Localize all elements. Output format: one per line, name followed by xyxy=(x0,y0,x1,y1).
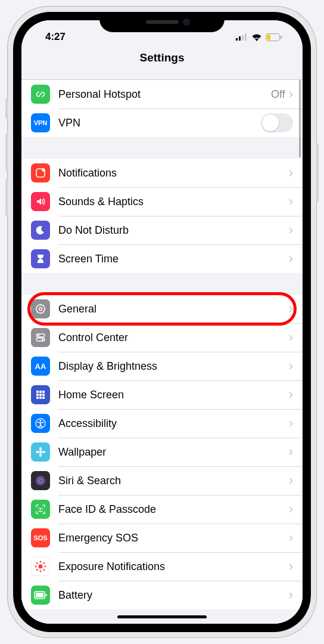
svg-point-34 xyxy=(39,451,42,453)
svg-point-37 xyxy=(36,451,39,453)
svg-rect-25 xyxy=(42,391,45,393)
row-control-center[interactable]: Control Center › xyxy=(21,323,303,352)
row-general[interactable]: General › xyxy=(21,295,303,323)
chevron-right-icon: › xyxy=(289,165,293,181)
svg-point-40 xyxy=(38,478,43,484)
row-screen-time[interactable]: Screen Time › xyxy=(21,244,303,273)
row-label: Wallpaper xyxy=(58,446,289,459)
speaker-icon xyxy=(31,192,50,211)
svg-point-45 xyxy=(40,561,42,563)
svg-rect-55 xyxy=(36,593,43,597)
svg-line-15 xyxy=(37,305,38,306)
volume-up-button xyxy=(5,134,8,171)
row-display-brightness[interactable]: AA Display & Brightness › xyxy=(21,352,303,380)
page-title: Settings xyxy=(140,51,185,64)
row-label: Do Not Disturb xyxy=(58,224,289,237)
svg-point-36 xyxy=(39,453,42,457)
phone-frame: 4:27 Settings Perso xyxy=(7,6,317,638)
row-exposure-notifications[interactable]: Exposure Notifications › xyxy=(21,552,303,581)
switches-icon xyxy=(31,328,50,347)
exposure-icon xyxy=(31,557,50,576)
svg-rect-24 xyxy=(39,391,42,393)
svg-rect-31 xyxy=(42,397,45,399)
svg-line-17 xyxy=(37,312,38,312)
row-label: Screen Time xyxy=(58,253,289,265)
screen: 4:27 Settings Perso xyxy=(21,20,303,624)
chevron-right-icon: › xyxy=(289,358,293,374)
chevron-right-icon: › xyxy=(289,330,293,345)
chevron-right-icon: › xyxy=(289,251,293,267)
vpn-toggle[interactable] xyxy=(261,113,293,132)
chevron-right-icon: › xyxy=(289,559,293,574)
chevron-right-icon: › xyxy=(289,530,293,546)
battery-icon xyxy=(31,586,50,605)
chevron-right-icon: › xyxy=(289,387,293,402)
app-grid-icon xyxy=(31,385,50,404)
svg-rect-23 xyxy=(36,391,39,393)
battery-icon xyxy=(266,33,282,41)
svg-line-16 xyxy=(43,312,44,312)
chevron-right-icon: › xyxy=(289,416,293,431)
svg-rect-26 xyxy=(36,394,39,396)
row-label: Personal Hotspot xyxy=(58,88,271,101)
row-face-id-passcode[interactable]: Face ID & Passcode › xyxy=(21,495,303,524)
chevron-right-icon: › xyxy=(289,587,293,603)
row-label: Sounds & Haptics xyxy=(58,196,289,208)
row-notifications[interactable]: Notifications › xyxy=(21,159,303,187)
sos-icon: SOS xyxy=(31,528,50,547)
row-wallpaper[interactable]: Wallpaper › xyxy=(21,438,303,466)
notifications-icon xyxy=(31,163,50,182)
row-sounds-haptics[interactable]: Sounds & Haptics › xyxy=(21,187,303,216)
row-accessibility[interactable]: Accessibility › xyxy=(21,409,303,438)
settings-list[interactable]: Personal Hotspot Off › VPN VPN xyxy=(21,80,303,624)
row-label: Siri & Search xyxy=(58,475,289,487)
row-emergency-sos[interactable]: SOS Emergency SOS › xyxy=(21,524,303,552)
siri-icon xyxy=(31,471,50,490)
notch xyxy=(99,12,225,32)
svg-point-51 xyxy=(36,569,38,571)
row-battery[interactable]: Battery › xyxy=(21,581,303,609)
row-label: Display & Brightness xyxy=(58,360,289,373)
svg-rect-3 xyxy=(245,33,247,41)
svg-rect-29 xyxy=(36,397,39,399)
row-label: Face ID & Passcode xyxy=(58,503,289,516)
row-label: Accessibility xyxy=(58,417,289,430)
svg-line-18 xyxy=(43,305,44,306)
row-do-not-disturb[interactable]: Do Not Disturb › xyxy=(21,216,303,244)
svg-point-35 xyxy=(39,447,42,451)
row-siri-search[interactable]: Siri & Search › xyxy=(21,466,303,495)
status-time: 4:27 xyxy=(39,27,66,43)
gear-icon xyxy=(31,299,50,318)
row-label: Exposure Notifications xyxy=(58,561,289,573)
svg-point-46 xyxy=(40,571,42,572)
svg-rect-30 xyxy=(39,397,42,399)
flower-icon xyxy=(31,442,50,462)
home-indicator[interactable] xyxy=(117,615,207,618)
svg-point-8 xyxy=(42,168,45,172)
moon-icon xyxy=(31,221,50,240)
chevron-right-icon: › xyxy=(289,301,293,317)
svg-rect-6 xyxy=(281,36,282,39)
scroll-indicator xyxy=(299,80,301,157)
row-vpn[interactable]: VPN VPN xyxy=(21,109,303,137)
svg-point-52 xyxy=(43,562,45,564)
svg-point-49 xyxy=(36,562,38,564)
chevron-right-icon: › xyxy=(289,222,293,238)
row-label: General xyxy=(58,303,289,315)
svg-point-10 xyxy=(39,308,42,311)
side-button xyxy=(316,143,319,203)
svg-rect-54 xyxy=(46,594,47,597)
chevron-right-icon: › xyxy=(289,444,293,460)
svg-point-33 xyxy=(39,420,41,422)
chevron-right-icon: › xyxy=(289,473,293,488)
front-camera xyxy=(183,18,190,26)
settings-group-alerts: Notifications › Sounds & Haptics › xyxy=(21,159,303,273)
settings-group-connectivity: Personal Hotspot Off › VPN VPN xyxy=(21,80,303,137)
row-home-screen[interactable]: Home Screen › xyxy=(21,380,303,409)
svg-point-44 xyxy=(39,565,43,569)
svg-rect-0 xyxy=(236,38,238,41)
chevron-right-icon: › xyxy=(289,86,293,102)
svg-rect-28 xyxy=(42,394,45,396)
row-personal-hotspot[interactable]: Personal Hotspot Off › xyxy=(21,80,303,109)
svg-rect-1 xyxy=(239,36,241,41)
